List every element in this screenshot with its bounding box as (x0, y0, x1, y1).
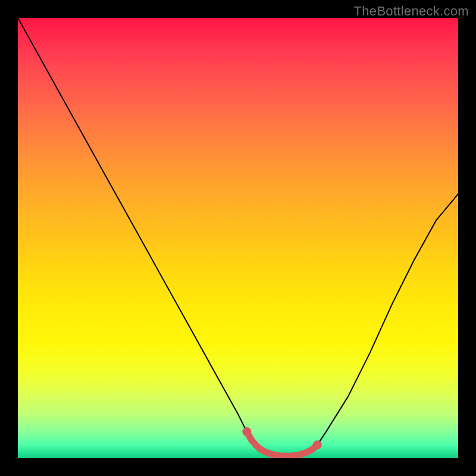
watermark-text: TheBottleneck.com (354, 4, 469, 19)
marker-dot (242, 427, 251, 436)
plot-area (18, 18, 458, 458)
chart-svg (18, 18, 458, 458)
marker-dot (313, 440, 322, 449)
optimal-range-marker-path (247, 432, 317, 456)
chart-container: TheBottleneck.com (0, 0, 476, 476)
bottleneck-curve-path (18, 18, 458, 456)
